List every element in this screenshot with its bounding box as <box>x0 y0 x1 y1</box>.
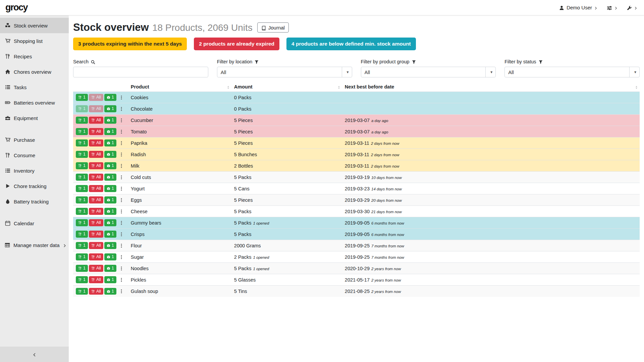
consume-one-button[interactable]: 1 <box>76 105 88 112</box>
consume-all-button[interactable]: All <box>89 128 103 135</box>
sidebar-item-equipment[interactable]: Equipment <box>0 110 69 126</box>
open-one-button[interactable]: 1 <box>104 265 116 272</box>
row-menu-button[interactable] <box>117 288 125 294</box>
consume-one-button[interactable]: 1 <box>76 253 88 260</box>
status-pill-warning[interactable]: 3 products expiring within the next 5 da… <box>73 38 187 50</box>
row-menu-button[interactable] <box>117 208 125 215</box>
user-menu[interactable]: Demo User <box>559 5 597 11</box>
open-one-button[interactable]: 1 <box>104 208 116 215</box>
consume-one-button[interactable]: 1 <box>76 117 88 124</box>
open-one-button[interactable]: 1 <box>104 219 116 226</box>
sidebar-item-shopping-list[interactable]: Shopping list <box>0 33 69 49</box>
consume-one-button[interactable]: 1 <box>76 151 88 158</box>
row-menu-button[interactable] <box>117 231 125 237</box>
row-menu-button[interactable] <box>117 220 125 226</box>
column-header-next-best-before-date[interactable]: Next best before date <box>342 82 640 92</box>
location-filter-select[interactable]: All <box>217 67 352 77</box>
consume-one-button[interactable]: 1 <box>76 185 88 192</box>
status-pill-danger[interactable]: 2 products are already expired <box>194 38 279 50</box>
search-input[interactable] <box>73 67 208 77</box>
open-one-button[interactable]: 1 <box>104 117 116 124</box>
consume-all-button[interactable]: All <box>89 288 103 295</box>
sidebar-item-recipes[interactable]: Recipes <box>0 49 69 64</box>
consume-one-button[interactable]: 1 <box>76 208 88 215</box>
product-group-filter-select[interactable]: All <box>361 67 496 77</box>
consume-one-button[interactable]: 1 <box>76 231 88 238</box>
column-header-amount[interactable]: Amount <box>231 82 342 92</box>
consume-one-button[interactable]: 1 <box>76 162 88 169</box>
row-menu-button[interactable] <box>117 254 125 260</box>
status-pill-info[interactable]: 4 products are below defined min. stock … <box>286 38 416 50</box>
row-menu-button[interactable] <box>117 117 125 123</box>
column-header-product[interactable]: Product <box>128 82 231 92</box>
sort-icon[interactable] <box>337 84 341 89</box>
open-one-button[interactable]: 1 <box>104 242 116 249</box>
consume-all-button[interactable]: All <box>89 185 103 192</box>
open-one-button[interactable]: 1 <box>104 139 116 146</box>
sidebar-item-manage-master-data[interactable]: Manage master data <box>0 237 69 253</box>
sidebar-item-chore-tracking[interactable]: Chore tracking <box>0 178 69 194</box>
consume-one-button[interactable]: 1 <box>76 288 88 295</box>
admin-menu[interactable] <box>627 5 637 11</box>
row-menu-button[interactable] <box>117 265 125 272</box>
row-menu-button[interactable] <box>117 106 125 112</box>
row-menu-button[interactable] <box>117 94 125 101</box>
consume-all-button[interactable]: All <box>89 94 103 101</box>
sidebar-item-tasks[interactable]: Tasks <box>0 79 69 95</box>
consume-all-button[interactable]: All <box>89 196 103 203</box>
sidebar-item-calendar[interactable]: Calendar <box>0 216 69 231</box>
open-one-button[interactable]: 1 <box>104 94 116 101</box>
row-menu-button[interactable] <box>117 151 125 158</box>
consume-all-button[interactable]: All <box>89 162 103 169</box>
settings-menu[interactable] <box>607 4 618 10</box>
consume-one-button[interactable]: 1 <box>76 265 88 272</box>
open-one-button[interactable]: 1 <box>104 105 116 112</box>
row-menu-button[interactable] <box>117 197 125 203</box>
consume-one-button[interactable]: 1 <box>76 128 88 135</box>
consume-one-button[interactable]: 1 <box>76 276 88 283</box>
open-one-button[interactable]: 1 <box>104 196 116 203</box>
sort-icon[interactable] <box>635 84 638 89</box>
row-menu-button[interactable] <box>117 277 125 283</box>
sidebar-collapse-button[interactable] <box>0 347 69 362</box>
consume-all-button[interactable]: All <box>89 139 103 146</box>
open-one-button[interactable]: 1 <box>104 151 116 158</box>
sidebar-item-batteries-overview[interactable]: Batteries overview <box>0 95 69 110</box>
consume-one-button[interactable]: 1 <box>76 219 88 226</box>
journal-button[interactable]: Journal <box>257 22 289 32</box>
row-menu-button[interactable] <box>117 174 125 180</box>
open-one-button[interactable]: 1 <box>104 185 116 192</box>
consume-all-button[interactable]: All <box>89 242 103 249</box>
row-menu-button[interactable] <box>117 242 125 249</box>
open-one-button[interactable]: 1 <box>104 231 116 238</box>
consume-one-button[interactable]: 1 <box>76 196 88 203</box>
open-one-button[interactable]: 1 <box>104 288 116 295</box>
consume-all-button[interactable]: All <box>89 231 103 238</box>
consume-one-button[interactable]: 1 <box>76 139 88 146</box>
consume-all-button[interactable]: All <box>89 276 103 283</box>
open-one-button[interactable]: 1 <box>104 174 116 181</box>
sort-icon[interactable] <box>226 84 230 89</box>
sidebar-item-battery-tracking[interactable]: Battery tracking <box>0 194 69 209</box>
sidebar-item-purchase[interactable]: Purchase <box>0 132 69 147</box>
open-one-button[interactable]: 1 <box>104 276 116 283</box>
consume-all-button[interactable]: All <box>89 208 103 215</box>
status-filter-select[interactable]: All <box>504 67 640 77</box>
open-one-button[interactable]: 1 <box>104 162 116 169</box>
app-logo[interactable]: grocy <box>5 2 28 13</box>
consume-all-button[interactable]: All <box>89 105 103 112</box>
sidebar-item-chores-overview[interactable]: Chores overview <box>0 64 69 79</box>
sidebar-item-inventory[interactable]: Inventory <box>0 163 69 178</box>
row-menu-button[interactable] <box>117 163 125 169</box>
sidebar-item-stock-overview[interactable]: Stock overview <box>0 18 69 33</box>
consume-all-button[interactable]: All <box>89 174 103 181</box>
consume-all-button[interactable]: All <box>89 117 103 124</box>
open-one-button[interactable]: 1 <box>104 128 116 135</box>
consume-one-button[interactable]: 1 <box>76 174 88 181</box>
consume-all-button[interactable]: All <box>89 219 103 226</box>
row-menu-button[interactable] <box>117 140 125 146</box>
consume-one-button[interactable]: 1 <box>76 242 88 249</box>
consume-all-button[interactable]: All <box>89 253 103 260</box>
row-menu-button[interactable] <box>117 128 125 135</box>
open-one-button[interactable]: 1 <box>104 253 116 260</box>
